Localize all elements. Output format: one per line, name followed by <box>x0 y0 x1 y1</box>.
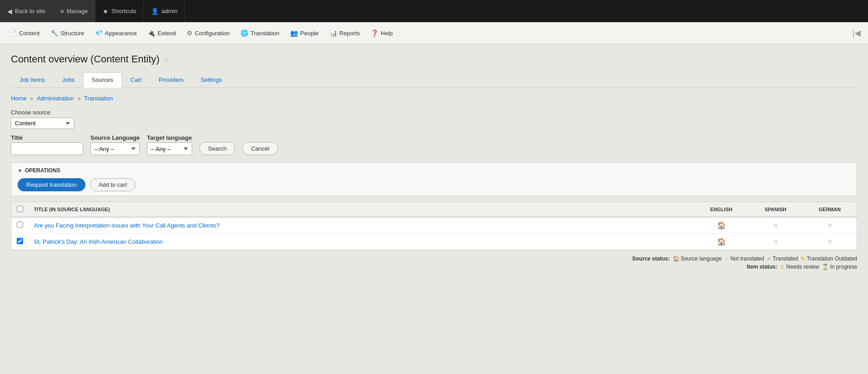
row-1-title-link[interactable]: St. Patrick's Day: An Irish-American Col… <box>34 238 163 245</box>
title-input[interactable] <box>11 142 83 155</box>
row-0-checkbox[interactable] <box>17 222 23 228</box>
translation-icon: 🌐 <box>241 29 248 37</box>
appearance-icon: 💎 <box>95 29 103 37</box>
choose-source-label: Choose source <box>11 109 857 116</box>
table-header-german: GERMAN <box>803 202 857 218</box>
source-language-filter-group: Source Language – Any – <box>90 134 140 155</box>
nav-people[interactable]: 👥 People <box>285 22 324 44</box>
operations-toggle[interactable]: ▼ OPERATIONS <box>18 167 850 174</box>
row-0-title-link[interactable]: Are you Facing Interpretation Issues wit… <box>34 222 219 229</box>
cancel-button[interactable]: Cancel <box>242 142 278 155</box>
filter-row: Title Source Language – Any – Target lan… <box>11 134 857 155</box>
source-lang-icon: 🏠 <box>717 238 726 246</box>
request-translation-button[interactable]: Request translation <box>18 178 85 191</box>
breadcrumb-administration[interactable]: Administration <box>37 95 74 102</box>
target-language-label: Target language <box>147 134 192 141</box>
select-all-checkbox[interactable] <box>17 206 23 212</box>
legend-in-progress: ⏳ In progress <box>822 264 857 270</box>
not-translated-icon: ✕ <box>773 222 778 229</box>
admin-user-button[interactable]: 👤 admin <box>144 0 185 22</box>
help-icon: ❓ <box>371 29 378 37</box>
tab-cart[interactable]: Cart <box>122 72 151 87</box>
manage-button[interactable]: ≡ Manage <box>53 0 95 22</box>
nav-configuration[interactable]: ⚙ Configuration <box>181 22 235 44</box>
row-0-german: ✕ <box>803 217 857 234</box>
nav-content[interactable]: 📄 Content <box>4 22 45 44</box>
shortcuts-button[interactable]: ★ Shortcuts <box>95 0 144 22</box>
not-translated-icon: ✕ <box>827 238 833 246</box>
structure-icon: 🔧 <box>51 29 58 37</box>
legend-outdated-icon: ↻ <box>801 256 805 262</box>
source-status-row: Source status: 🏠 Source language ✕ Not t… <box>632 256 857 262</box>
not-translated-icon: ✕ <box>827 222 833 229</box>
admin-bar: ◀ Back to site ≡ Manage ★ Shortcuts 👤 ad… <box>0 0 868 22</box>
menu-icon: ≡ <box>60 8 64 15</box>
nav-divider: |◀ <box>849 28 864 38</box>
row-1-german: ✕ <box>803 234 857 250</box>
row-checkbox-1 <box>11 234 29 250</box>
nav-structure[interactable]: 🔧 Structure <box>45 22 90 44</box>
source-lang-icon: 🏠 <box>717 222 726 229</box>
reports-icon: 📊 <box>330 29 337 37</box>
tab-sources[interactable]: Sources <box>83 72 122 88</box>
operations-buttons: Request translation Add to cart <box>18 178 850 191</box>
item-status-label: Item status: <box>747 264 777 270</box>
legend-review-icon: ⚠ <box>780 264 785 270</box>
nav-appearance[interactable]: 💎 Appearance <box>90 22 142 44</box>
row-1-english: 🏠 <box>694 234 749 250</box>
table-row: St. Patrick's Day: An Irish-American Col… <box>11 234 857 250</box>
title-filter-group: Title <box>11 134 83 155</box>
table-header-checkbox <box>11 202 29 218</box>
item-status-row: Item status: ⚠ Needs review ⏳ In progres… <box>747 264 857 270</box>
nav-translation[interactable]: 🌐 Translation <box>235 22 285 44</box>
legend-progress-icon: ⏳ <box>822 264 829 270</box>
breadcrumb-sep-1: » <box>30 95 35 102</box>
legend-x-icon: ✕ <box>724 256 729 262</box>
user-icon: 👤 <box>151 8 159 15</box>
favorite-star-icon[interactable]: ☆ <box>163 55 170 64</box>
back-to-site-button[interactable]: ◀ Back to site <box>0 0 53 22</box>
legend-source-language: 🏠 Source language <box>673 256 722 262</box>
legend-needs-review: ⚠ Needs review <box>780 264 819 270</box>
secondary-nav: 📄 Content 🔧 Structure 💎 Appearance 🔌 Ext… <box>0 22 868 44</box>
page-title: Content overview (Content Entity) ☆ <box>11 53 857 65</box>
table-header-spanish: SPANISH <box>749 202 803 218</box>
operations-arrow-icon: ▼ <box>18 168 22 173</box>
tab-settings[interactable]: Settings <box>192 72 231 87</box>
row-1-checkbox[interactable] <box>17 238 23 244</box>
choose-source-section: Choose source Content <box>11 109 857 129</box>
legend-home-icon: 🏠 <box>673 256 679 262</box>
breadcrumb-translation[interactable]: Translation <box>84 95 113 102</box>
back-arrow-icon: ◀ <box>7 8 12 15</box>
source-select[interactable]: Content <box>11 118 74 129</box>
people-icon: 👥 <box>290 29 298 37</box>
tab-job-items[interactable]: Job Items <box>11 72 53 87</box>
tab-jobs[interactable]: Jobs <box>53 72 83 87</box>
legend-check-icon: ✓ <box>767 256 771 262</box>
star-icon: ★ <box>103 8 108 15</box>
not-translated-icon: ✕ <box>773 238 778 246</box>
title-label: Title <box>11 134 83 141</box>
nav-extend[interactable]: 🔌 Extend <box>142 22 181 44</box>
source-status-label: Source status: <box>632 256 670 262</box>
operations-section: ▼ OPERATIONS Request translation Add to … <box>11 162 857 196</box>
content-icon: 📄 <box>9 29 17 37</box>
breadcrumb: Home » Administration » Translation <box>11 95 857 102</box>
table-row: Are you Facing Interpretation Issues wit… <box>11 217 857 234</box>
row-1-spanish: ✕ <box>749 234 803 250</box>
source-language-select[interactable]: – Any – <box>90 142 140 155</box>
status-legend: Source status: 🏠 Source language ✕ Not t… <box>11 256 857 270</box>
row-checkbox-0 <box>11 217 29 234</box>
extend-icon: 🔌 <box>147 29 155 37</box>
content-table: TITLE (IN SOURCE LANGUAGE) ENGLISH SPANI… <box>11 202 857 250</box>
nav-help[interactable]: ❓ Help <box>365 22 398 44</box>
main-content: Content overview (Content Entity) ☆ Job … <box>0 44 868 374</box>
breadcrumb-home[interactable]: Home <box>11 95 27 102</box>
add-to-cart-button[interactable]: Add to cart <box>90 178 136 191</box>
nav-reports[interactable]: 📊 Reports <box>324 22 366 44</box>
configuration-icon: ⚙ <box>187 29 193 37</box>
row-0-title: Are you Facing Interpretation Issues wit… <box>28 217 694 234</box>
search-button[interactable]: Search <box>199 142 235 155</box>
target-language-select[interactable]: – Any – <box>147 142 192 155</box>
tab-providers[interactable]: Providers <box>150 72 192 87</box>
